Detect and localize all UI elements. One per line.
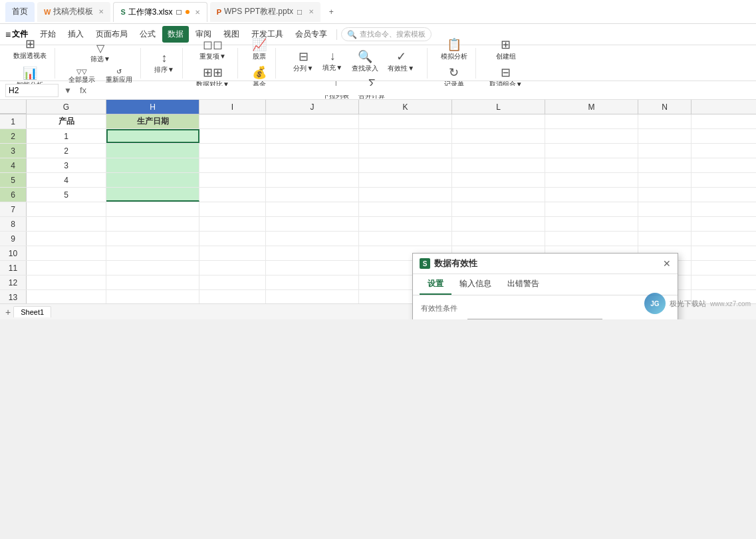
allow-select[interactable]: 日期 xyxy=(467,319,602,319)
cell-i9[interactable] xyxy=(199,232,266,246)
cell-k7[interactable] xyxy=(359,202,452,216)
cell-i7[interactable] xyxy=(199,202,266,216)
cell-g2[interactable]: 1 xyxy=(27,129,106,143)
cell-k2[interactable] xyxy=(359,129,452,143)
cell-m8[interactable] xyxy=(545,217,638,231)
sheet-add-icon[interactable]: + xyxy=(5,307,11,317)
cell-i10[interactable] xyxy=(199,246,266,260)
cell-i3[interactable] xyxy=(199,144,266,158)
row-header-10[interactable]: 10 xyxy=(0,246,27,260)
cell-k3[interactable] xyxy=(359,144,452,158)
menu-formula[interactable]: 公式 xyxy=(134,26,161,43)
cell-g9[interactable] xyxy=(27,232,106,246)
cell-l4[interactable] xyxy=(452,158,545,172)
cell-i4[interactable] xyxy=(199,158,266,172)
cell-j6[interactable] xyxy=(266,188,359,202)
row-header-9[interactable]: 9 xyxy=(0,232,27,246)
cell-n4[interactable] xyxy=(638,158,692,172)
col-header-h[interactable]: H xyxy=(106,100,199,114)
cell-h2[interactable] xyxy=(106,129,199,143)
row-header-13[interactable]: 13 xyxy=(0,290,27,304)
row-header-3[interactable]: 3 xyxy=(0,144,27,158)
toolbar-validity[interactable]: ✓ 有效性▼ xyxy=(384,48,418,75)
row-header-8[interactable]: 8 xyxy=(0,217,27,231)
menu-charu[interactable]: 插入 xyxy=(63,26,89,43)
cell-h9[interactable] xyxy=(106,232,199,246)
col-header-j[interactable]: J xyxy=(266,100,359,114)
cell-i5[interactable] xyxy=(199,173,266,187)
cell-g5[interactable]: 4 xyxy=(27,173,106,187)
cell-m7[interactable] xyxy=(545,202,638,216)
cell-h7[interactable] xyxy=(106,202,199,216)
cell-h8[interactable] xyxy=(106,217,199,231)
cell-i12[interactable] xyxy=(199,275,266,289)
row-header-4[interactable]: 4 xyxy=(0,158,27,172)
cell-k1[interactable] xyxy=(359,114,452,128)
cell-j3[interactable] xyxy=(266,144,359,158)
cell-n3[interactable] xyxy=(638,144,692,158)
row-header-1[interactable]: 1 xyxy=(0,114,27,128)
cell-n8[interactable] xyxy=(638,217,692,231)
cell-k5[interactable] xyxy=(359,173,452,187)
cell-l2[interactable] xyxy=(452,129,545,143)
col-header-k[interactable]: K xyxy=(359,100,452,114)
row-header-11[interactable]: 11 xyxy=(0,261,27,275)
cell-l3[interactable] xyxy=(452,144,545,158)
toolbar-duplicates[interactable]: ◻◻ 重复项▼ xyxy=(195,36,230,63)
cell-g7[interactable] xyxy=(27,202,106,216)
row-header-5[interactable]: 5 xyxy=(0,173,27,187)
tab2-close-icon[interactable]: ✕ xyxy=(195,9,200,16)
cell-l5[interactable] xyxy=(452,173,545,187)
cell-k9[interactable] xyxy=(359,232,452,246)
tab-workbook[interactable]: S 工作簿3.xlsx □ ✕ xyxy=(113,2,207,22)
tab-templates[interactable]: W 找稿壳模板 ✕ xyxy=(37,2,110,22)
col-header-l[interactable]: L xyxy=(452,100,545,114)
cell-h3[interactable] xyxy=(106,144,199,158)
col-header-g[interactable]: G xyxy=(27,100,106,114)
cell-m3[interactable] xyxy=(545,144,638,158)
cell-g1[interactable]: 产品 xyxy=(27,114,106,128)
cell-k4[interactable] xyxy=(359,158,452,172)
cell-g8[interactable] xyxy=(27,217,106,231)
toolbar-show-all[interactable]: ▽▽ 全部显示 xyxy=(64,67,99,86)
toolbar-fill[interactable]: ↓ 填充▼ xyxy=(318,48,346,74)
cell-n9[interactable] xyxy=(638,232,692,246)
cell-m9[interactable] xyxy=(545,232,638,246)
row-header-2[interactable]: 2 xyxy=(0,129,27,143)
cell-i6[interactable] xyxy=(199,188,266,202)
cell-n6[interactable] xyxy=(638,188,692,202)
cell-j9[interactable] xyxy=(266,232,359,246)
toolbar-pivot-table[interactable]: ⊞ 数据透视表 xyxy=(9,35,51,62)
cell-j4[interactable] xyxy=(266,158,359,172)
col-header-n[interactable]: N xyxy=(638,100,692,114)
cell-h12[interactable] xyxy=(106,275,199,289)
data-validity-dialog[interactable]: S 数据有效性 ✕ 设置 输入信息 出错警告 有效性条件 允许(A): xyxy=(412,253,678,319)
cell-k8[interactable] xyxy=(359,217,452,231)
search-bar[interactable]: 🔍 查找命令、搜索模板 xyxy=(341,27,432,41)
toolbar-lookup[interactable]: 🔍 查找录入 xyxy=(348,48,382,75)
cell-l6[interactable] xyxy=(452,188,545,202)
row-header-12[interactable]: 12 xyxy=(0,275,27,289)
cell-i2[interactable] xyxy=(199,129,266,143)
add-tab-button[interactable]: + xyxy=(323,4,339,20)
sheet-tab-1[interactable]: Sheet1 xyxy=(13,306,51,317)
cell-m1[interactable] xyxy=(545,114,638,128)
cell-l7[interactable] xyxy=(452,202,545,216)
cell-m2[interactable] xyxy=(545,129,638,143)
cell-i11[interactable] xyxy=(199,261,266,275)
cell-j8[interactable] xyxy=(266,217,359,231)
cell-l1[interactable] xyxy=(452,114,545,128)
dropdown-arrow-icon[interactable]: ▼ xyxy=(61,86,74,95)
cell-h4[interactable] xyxy=(106,158,199,172)
cell-g12[interactable] xyxy=(27,275,106,289)
tab3-close-icon[interactable]: ✕ xyxy=(309,8,314,15)
dialog-tab-error-alert[interactable]: 出错警告 xyxy=(499,274,547,295)
col-header-i[interactable]: I xyxy=(199,100,266,114)
cell-l8[interactable] xyxy=(452,217,545,231)
toolbar-create-group[interactable]: ⊞ 创建组 xyxy=(492,36,520,63)
cell-h10[interactable] xyxy=(106,246,199,260)
home-tab[interactable]: 首页 xyxy=(5,2,35,22)
cell-j2[interactable] xyxy=(266,129,359,143)
cell-n1[interactable] xyxy=(638,114,692,128)
cell-i13[interactable] xyxy=(199,290,266,304)
